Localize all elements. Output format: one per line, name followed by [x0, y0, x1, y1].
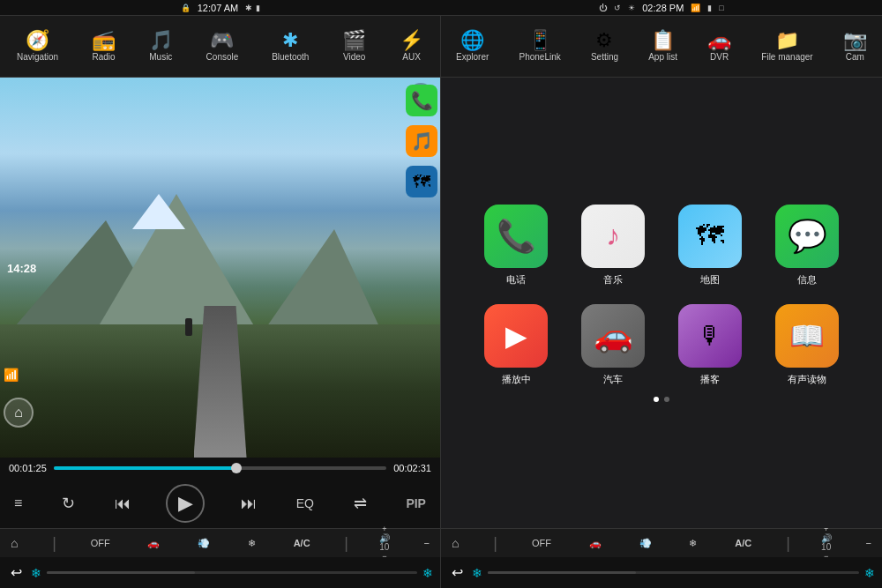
music-sidebar-icon[interactable]: 🎵: [406, 125, 437, 157]
app-nowplaying[interactable]: ▶ 播放中: [481, 304, 551, 386]
app-car[interactable]: 🚗 汽车: [578, 304, 648, 386]
right-vol-num: 🔊10: [821, 534, 832, 552]
battery-left-icon: ▮: [256, 4, 260, 12]
page-dot-1[interactable]: [654, 397, 659, 402]
right-bottom: ⌂ | OFF 🚗 💨 ❄ A/C | + 🔊10 − − ↩ ❄ ❄: [441, 528, 882, 588]
video-player[interactable]: ↩ 📞 🎵 🗺 14:28 📶 ⌂: [0, 78, 440, 458]
page-dot-2[interactable]: [664, 397, 669, 402]
prev-button[interactable]: ⏮: [111, 491, 134, 517]
eq-button[interactable]: EQ: [293, 493, 318, 514]
right-vol-slider[interactable]: [488, 571, 859, 574]
cam-icon: 📷: [843, 31, 867, 50]
nav-music[interactable]: 🎵 Music: [144, 27, 178, 65]
left-fan-icon: ❄: [31, 566, 41, 580]
nav-setting-label: Setting: [591, 52, 618, 62]
right-home-button[interactable]: ⌂: [448, 534, 462, 552]
wifi-icon: 📶: [4, 368, 19, 382]
nav-navigation[interactable]: 🧭 Navigation: [11, 27, 64, 65]
right-climate-defrost[interactable]: ❄: [685, 536, 700, 551]
podcasts-app-label: 播客: [700, 373, 720, 386]
shuffle-button[interactable]: ⇌: [350, 490, 370, 517]
nav-phonelink-label: PhoneLink: [519, 52, 560, 62]
nav-filemanager[interactable]: 📁 File manager: [756, 27, 818, 65]
nav-explorer-label: Explorer: [456, 52, 489, 62]
left-home-button[interactable]: ⌂: [7, 534, 21, 552]
video-frame: [0, 78, 440, 458]
wifi-status-icon: 📶: [691, 4, 700, 12]
right-fan-right-icon: ❄: [864, 566, 875, 580]
time-elapsed: 00:01:25: [9, 463, 47, 473]
phonelink-icon: 📱: [528, 31, 552, 50]
bottom-bars: ⌂ | OFF 🚗 💨 ❄ A/C | + 🔊10 − − ↩ ❄ ❄: [0, 528, 882, 588]
video-sidebar: 📞 🎵 🗺: [403, 78, 440, 458]
music-icon: 🎵: [149, 31, 173, 50]
nav-setting[interactable]: ⚙ Setting: [586, 27, 624, 65]
phone-sidebar-icon[interactable]: 📞: [406, 85, 437, 116]
refresh-icon: ↺: [614, 4, 621, 12]
nav-phonelink[interactable]: 📱 PhoneLink: [513, 27, 565, 65]
nav-cam[interactable]: 📷 Cam: [838, 27, 872, 65]
nav-radio-label: Radio: [92, 52, 115, 62]
left-climate-defrost[interactable]: ❄: [244, 536, 259, 551]
left-fan-right-icon: ❄: [422, 566, 433, 580]
nav-applist[interactable]: 📋 App list: [643, 27, 683, 65]
play-button[interactable]: ▶: [166, 484, 205, 523]
left-climate-car[interactable]: 🚗: [144, 536, 163, 551]
pip-button[interactable]: PIP: [402, 493, 430, 514]
nav-aux[interactable]: ⚡ AUX: [394, 27, 429, 65]
music-app-label: 音乐: [603, 273, 623, 287]
left-vol-minus[interactable]: −: [421, 536, 433, 550]
carplay-time: 14:28: [7, 261, 36, 274]
repeat-button[interactable]: ↻: [58, 490, 78, 517]
left-back-bottom[interactable]: ↩: [7, 562, 26, 583]
left-climate-ac[interactable]: A/C: [290, 536, 314, 550]
left-climate-bar: ⌂ | OFF 🚗 💨 ❄ A/C | + 🔊10 − −: [0, 529, 440, 557]
controls-area: ≡ ↻ ⏮ ▶ ⏭ EQ ⇌ PIP: [0, 479, 440, 528]
car-app-label: 汽车: [603, 373, 623, 386]
right-climate-ac[interactable]: A/C: [731, 536, 755, 550]
messages-app-label: 信息: [797, 273, 817, 287]
divider2: |: [344, 534, 348, 553]
left-status: 🔒 12:07 AM ✱ ▮: [0, 0, 441, 16]
right-back-bottom[interactable]: ↩: [448, 562, 467, 583]
messages-app-icon: 💬: [775, 205, 839, 268]
right-climate-wind[interactable]: 💨: [636, 536, 655, 551]
time-total: 00:02:31: [393, 463, 431, 473]
nav-console[interactable]: 🎮 Console: [201, 27, 244, 65]
progress-thumb[interactable]: [231, 463, 242, 473]
battery-right-icon: ▮: [707, 4, 712, 12]
progress-bar[interactable]: [54, 466, 386, 470]
right-climate-car[interactable]: 🚗: [586, 536, 605, 551]
next-button[interactable]: ⏭: [237, 491, 260, 517]
nav-radio[interactable]: 📻 Radio: [86, 27, 121, 65]
brightness-icon: ☀: [628, 4, 635, 12]
left-climate-wind[interactable]: 💨: [194, 536, 213, 551]
map-sidebar-icon[interactable]: 🗺: [406, 166, 437, 197]
app-maps[interactable]: 🗺 地图: [675, 205, 745, 287]
audiobooks-app-icon: 📖: [775, 304, 839, 368]
explorer-icon: 🌐: [460, 31, 484, 50]
nav-explorer[interactable]: 🌐 Explorer: [451, 27, 494, 65]
app-phone[interactable]: 📞 电话: [481, 205, 551, 287]
home-button[interactable]: ⌂: [4, 398, 34, 428]
left-vol-slider[interactable]: [47, 571, 417, 574]
nav-applist-label: App list: [648, 52, 677, 62]
playlist-button[interactable]: ≡: [11, 492, 26, 515]
app-podcasts[interactable]: 🎙 播客: [675, 304, 745, 386]
nav-bluetooth[interactable]: ✱ Bluetooth: [266, 27, 314, 65]
setting-icon: ⚙: [595, 31, 613, 50]
left-bottom: ⌂ | OFF 🚗 💨 ❄ A/C | + 🔊10 − − ↩ ❄ ❄: [0, 528, 441, 588]
nav-video[interactable]: 🎬 Video: [337, 27, 371, 65]
right-status: ⏻ ↺ ☀ 02:28 PM 📶 ▮ □: [441, 0, 882, 16]
nav-dvr[interactable]: 🚗 DVR: [702, 27, 736, 65]
nav-music-label: Music: [149, 52, 172, 62]
apps-grid: 📞 电话 ♪ 音乐 🗺 地图 💬 信息: [481, 205, 842, 386]
app-music[interactable]: ♪ 音乐: [578, 205, 648, 287]
left-climate-off[interactable]: OFF: [87, 536, 114, 550]
app-messages[interactable]: 💬 信息: [772, 205, 842, 287]
right-climate-off[interactable]: OFF: [528, 536, 555, 550]
nav-dvr-label: DVR: [710, 52, 729, 62]
app-audiobooks[interactable]: 📖 有声读物: [772, 304, 842, 386]
right-vol-minus[interactable]: −: [863, 536, 875, 550]
aux-icon: ⚡: [400, 31, 423, 50]
